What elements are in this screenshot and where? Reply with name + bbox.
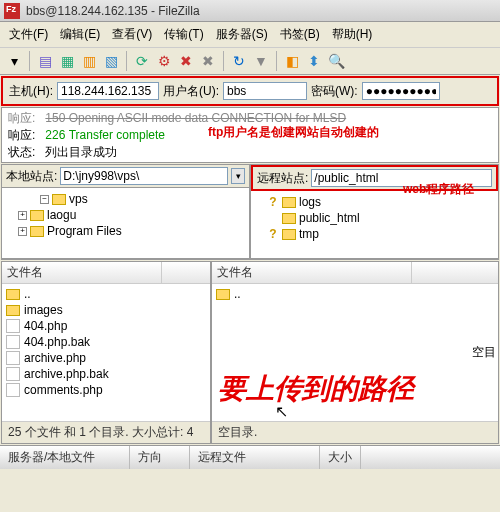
annotation-upload-path: 要上传到的路径 [218, 370, 414, 408]
php-file-icon [6, 319, 20, 333]
list-item[interactable]: .. [234, 287, 241, 301]
remote-file-pane: 文件名 .. 空目 空目录. [211, 261, 499, 444]
tree-node[interactable]: public_html [299, 211, 360, 225]
err-text: 空目 [472, 344, 496, 361]
remote-status: 空目录. [212, 421, 498, 443]
folder-icon [282, 229, 296, 240]
col-size[interactable]: 大小 [320, 446, 361, 469]
remote-list-header: 文件名 [212, 262, 498, 284]
window-title: bbs@118.244.162.135 - FileZilla [26, 4, 200, 18]
log-line: 状态: 列出目录成功 [8, 144, 492, 161]
menu-view[interactable]: 查看(V) [109, 25, 155, 44]
unknown-icon: ? [267, 195, 279, 209]
php-file-icon [6, 351, 20, 365]
tree-node[interactable]: laogu [47, 208, 76, 222]
process-queue-icon[interactable]: ⚙ [154, 51, 174, 71]
annotation-ftp-user: ftp用户名是创建网站自动创建的 [208, 124, 379, 141]
search-icon[interactable]: 🔍 [326, 51, 346, 71]
expand-icon[interactable]: + [18, 227, 27, 236]
user-label: 用户名(U): [163, 83, 219, 100]
local-path-input[interactable] [60, 167, 228, 185]
folder-icon [6, 305, 20, 316]
folder-up-icon [6, 289, 20, 300]
list-item[interactable]: 404.php.bak [24, 335, 90, 349]
folder-icon [52, 194, 66, 205]
filter-icon[interactable]: ▼ [251, 51, 271, 71]
remote-pane: 远程站点: ?logs public_html ?tmp [250, 164, 499, 260]
sitemanager-icon[interactable]: ▤ [35, 51, 55, 71]
pass-label: 密码(W): [311, 83, 358, 100]
host-input[interactable] [57, 82, 159, 100]
folder-icon [282, 197, 296, 208]
file-icon [6, 335, 20, 349]
local-file-list[interactable]: .. images 404.php 404.php.bak archive.ph… [2, 284, 210, 421]
collapse-icon[interactable]: − [40, 195, 49, 204]
local-site-label: 本地站点: [6, 168, 57, 185]
folder-icon [282, 213, 296, 224]
file-icon [6, 367, 20, 381]
local-list-header: 文件名 [2, 262, 210, 284]
menu-bookmarks[interactable]: 书签(B) [277, 25, 323, 44]
disconnect-icon[interactable]: ✖ [198, 51, 218, 71]
folder-icon [30, 210, 44, 221]
toggle-tree-icon[interactable]: ▥ [79, 51, 99, 71]
menu-server[interactable]: 服务器(S) [213, 25, 271, 44]
reconnect-icon[interactable]: ↻ [229, 51, 249, 71]
col-remote-file[interactable]: 远程文件 [190, 446, 320, 469]
list-item[interactable]: images [24, 303, 63, 317]
sync-icon[interactable]: ⬍ [304, 51, 324, 71]
local-status: 25 个文件 和 1 个目录. 大小总计: 4 [2, 421, 210, 443]
unknown-icon: ? [267, 227, 279, 241]
col-direction[interactable]: 方向 [130, 446, 190, 469]
local-file-pane: 文件名 .. images 404.php 404.php.bak archiv… [1, 261, 211, 444]
list-item[interactable]: .. [24, 287, 31, 301]
expand-icon[interactable]: + [18, 211, 27, 220]
app-icon [4, 3, 20, 19]
col-filename[interactable]: 文件名 [212, 262, 412, 283]
list-item[interactable]: archive.php.bak [24, 367, 109, 381]
menu-help[interactable]: 帮助(H) [329, 25, 376, 44]
local-tree[interactable]: −vps +laogu +Program Files [2, 188, 249, 259]
menu-file[interactable]: 文件(F) [6, 25, 51, 44]
toolbar: ▾ ▤ ▦ ▥ ▧ ⟳ ⚙ ✖ ✖ ↻ ▼ ◧ ⬍ 🔍 [0, 48, 500, 75]
tree-node[interactable]: tmp [299, 227, 319, 241]
col-filename[interactable]: 文件名 [2, 262, 162, 283]
compare-icon[interactable]: ◧ [282, 51, 302, 71]
list-item[interactable]: 404.php [24, 319, 67, 333]
folder-up-icon [216, 289, 230, 300]
cancel-icon[interactable]: ✖ [176, 51, 196, 71]
remote-site-label: 远程站点: [257, 170, 308, 187]
connect-icon[interactable]: ▾ [4, 51, 24, 71]
user-input[interactable] [223, 82, 307, 100]
menubar: 文件(F) 编辑(E) 查看(V) 传输(T) 服务器(S) 书签(B) 帮助(… [0, 22, 500, 48]
remote-tree[interactable]: ?logs public_html ?tmp [251, 191, 498, 259]
refresh-icon[interactable]: ⟳ [132, 51, 152, 71]
php-file-icon [6, 383, 20, 397]
local-pane: 本地站点: ▾ −vps +laogu +Program Files [1, 164, 250, 260]
dropdown-icon[interactable]: ▾ [231, 168, 245, 184]
menu-transfer[interactable]: 传输(T) [161, 25, 206, 44]
toggle-log-icon[interactable]: ▦ [57, 51, 77, 71]
folder-icon [30, 226, 44, 237]
tree-node[interactable]: logs [299, 195, 321, 209]
quickconnect-bar: 主机(H): 用户名(U): 密码(W): [1, 76, 499, 106]
pass-input[interactable] [362, 82, 440, 100]
annotation-web-path: web程序路径 [403, 181, 474, 198]
message-log: 响应: 150 Opening ASCII mode data CONNECTI… [1, 107, 499, 163]
list-item[interactable]: comments.php [24, 383, 103, 397]
col-server-local[interactable]: 服务器/本地文件 [0, 446, 130, 469]
menu-edit[interactable]: 编辑(E) [57, 25, 103, 44]
tree-node[interactable]: Program Files [47, 224, 122, 238]
list-item[interactable]: archive.php [24, 351, 86, 365]
toggle-queue-icon[interactable]: ▧ [101, 51, 121, 71]
transfer-queue-header: 服务器/本地文件 方向 远程文件 大小 [0, 445, 500, 469]
tree-node[interactable]: vps [69, 192, 88, 206]
host-label: 主机(H): [9, 83, 53, 100]
